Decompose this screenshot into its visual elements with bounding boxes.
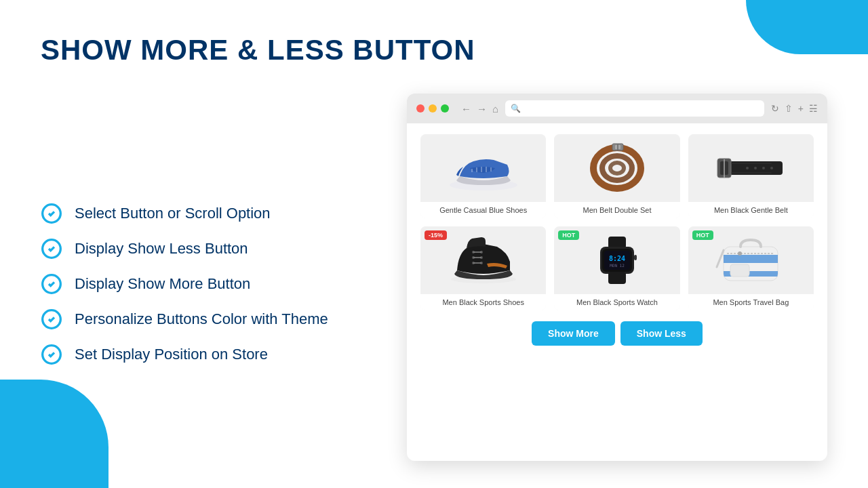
feature-item-show-less: Display Show Less Button [41, 238, 366, 260]
share-icon[interactable]: ⇧ [785, 103, 793, 114]
buttons-row: Show More Show Less [420, 316, 814, 348]
nav-back[interactable]: ← [461, 103, 471, 115]
browser-dots [416, 104, 449, 113]
product-card-6: HOT [688, 226, 814, 310]
svg-rect-50 [730, 264, 749, 277]
product-card-3: Men Black Gentle Belt [688, 134, 814, 218]
reload-icon[interactable]: ↻ [771, 103, 779, 114]
check-icon-position [41, 344, 62, 365]
product-card-5: HOT 8:24 [554, 226, 679, 310]
product-name-5: Men Black Sports Watch [554, 294, 679, 310]
svg-rect-26 [731, 172, 772, 174]
main-title: SHOW MORE & LESS BUTTON [41, 34, 827, 66]
check-icon-color [41, 308, 62, 330]
check-icon-select [41, 203, 62, 224]
nav-home[interactable]: ⌂ [492, 103, 498, 115]
svg-point-24 [770, 167, 773, 169]
browser-toolbar: ← → ⌂ 🔍 ↻ ⇧ + ☵ [407, 94, 827, 123]
product-badge-5: HOT [558, 230, 579, 240]
svg-text:8:24: 8:24 [609, 255, 625, 262]
browser-address-bar[interactable]: 🔍 [505, 100, 764, 117]
feature-text-color: Personalize Buttons Color with Theme [75, 310, 328, 328]
product-name-4: Men Black Sports Shoes [420, 294, 546, 310]
svg-point-13 [610, 163, 624, 174]
svg-point-22 [754, 167, 757, 169]
svg-point-12 [602, 156, 632, 180]
svg-text:MON 12: MON 12 [610, 263, 625, 268]
search-icon: 🔍 [511, 104, 521, 113]
product-badge-6: HOT [692, 230, 713, 240]
dot-green [441, 104, 449, 113]
more-icon[interactable]: ☵ [809, 103, 818, 114]
product-image-3 [688, 134, 814, 202]
browser-actions: ↻ ⇧ + ☵ [771, 103, 818, 114]
feature-item-select: Select Button or Scroll Option [41, 203, 366, 224]
feature-text-show-less: Display Show Less Button [75, 240, 248, 258]
product-image-1 [420, 134, 546, 202]
dot-yellow [429, 104, 437, 113]
product-name-3: Men Black Gentle Belt [688, 202, 814, 218]
svg-point-23 [762, 167, 765, 169]
product-image-2 [554, 134, 679, 202]
browser-nav: ← → ⌂ [461, 103, 498, 115]
browser-mockup: ← → ⌂ 🔍 ↻ ⇧ + ☵ [407, 94, 827, 461]
nav-forward[interactable]: → [477, 103, 487, 115]
products-grid: Gentle Casual Blue Shoes [420, 134, 814, 310]
show-less-button[interactable]: Show Less [620, 321, 703, 346]
content-row: Select Button or Scroll Option Display S… [41, 94, 827, 461]
product-name-2: Men Belt Double Set [554, 202, 679, 218]
svg-rect-44 [634, 255, 637, 260]
product-name-1: Gentle Casual Blue Shoes [420, 202, 546, 218]
zoom-icon[interactable]: + [798, 103, 804, 114]
feature-item-show-more: Display Show More Button [41, 273, 366, 295]
product-badge-4: -15% [425, 230, 447, 240]
product-name-6: Men Sports Travel Bag [688, 294, 814, 310]
svg-point-21 [746, 167, 749, 169]
product-card-1: Gentle Casual Blue Shoes [420, 134, 546, 218]
svg-rect-46 [724, 255, 778, 263]
product-card-4: -15% [420, 226, 546, 310]
feature-text-select: Select Button or Scroll Option [75, 205, 271, 222]
page-container: SHOW MORE & LESS BUTTON Select Button or… [0, 0, 868, 488]
dot-red [416, 104, 425, 113]
svg-line-52 [717, 250, 724, 267]
feature-text-position: Set Display Position on Store [75, 346, 268, 363]
features-list: Select Button or Scroll Option Display S… [41, 94, 366, 461]
feature-item-color: Personalize Buttons Color with Theme [41, 308, 366, 330]
browser-content: Gentle Casual Blue Shoes [407, 123, 827, 461]
feature-text-show-more: Display Show More Button [75, 275, 250, 293]
product-card-2: Men Belt Double Set [554, 134, 679, 218]
svg-rect-25 [731, 163, 772, 164]
svg-rect-43 [608, 272, 626, 284]
check-icon-show-less [41, 238, 62, 260]
check-icon-show-more [41, 273, 62, 295]
svg-point-51 [738, 251, 742, 256]
show-more-button[interactable]: Show More [532, 321, 615, 346]
feature-item-position: Set Display Position on Store [41, 344, 366, 365]
